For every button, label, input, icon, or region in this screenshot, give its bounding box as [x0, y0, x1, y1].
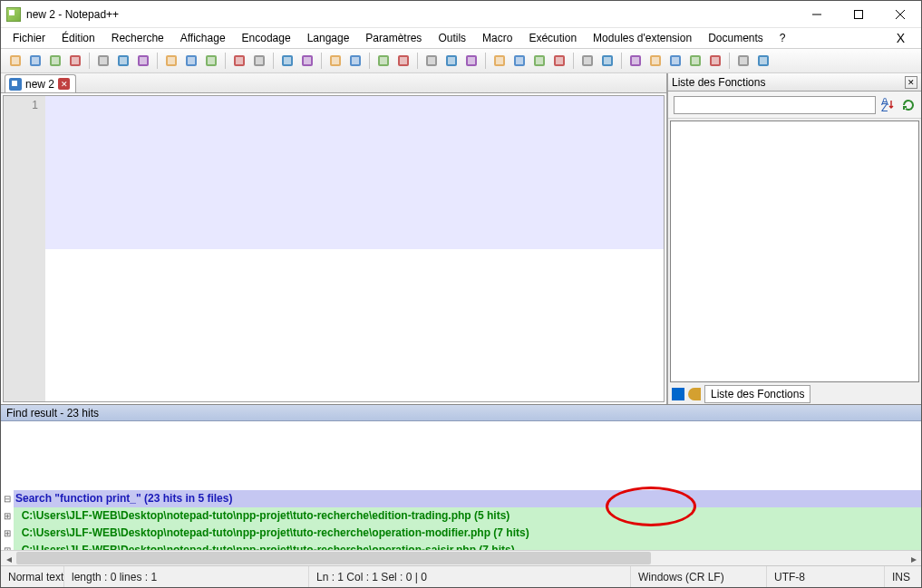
menu-recherche[interactable]: Recherche — [103, 29, 172, 47]
lang-user-icon[interactable] — [490, 52, 509, 70]
menu-fichier[interactable]: Fichier — [5, 29, 53, 47]
find-result-line[interactable]: ⊟Search "function print_" (23 hits in 5 … — [1, 490, 921, 507]
svg-rect-51 — [536, 57, 543, 64]
play-multi-icon[interactable] — [686, 52, 704, 70]
paste-icon[interactable] — [202, 52, 220, 70]
folder-icon[interactable] — [578, 52, 597, 70]
find-result-line[interactable]: ⊞ C:\Users\JLF-WEB\Desktop\notepad-tuto\… — [1, 542, 921, 550]
sync-h-icon[interactable] — [394, 52, 412, 70]
menu-affichage[interactable]: Affichage — [172, 29, 234, 47]
svg-rect-49 — [516, 57, 523, 64]
svg-rect-15 — [120, 57, 127, 64]
wrap-icon[interactable] — [422, 52, 441, 70]
file-hit[interactable]: C:\Users\JLF-WEB\Desktop\notepad-tuto\np… — [14, 525, 921, 542]
svg-rect-69 — [740, 57, 747, 64]
find-result-body[interactable]: ⊟Search "function print_" (23 hits in 5 … — [1, 421, 921, 550]
tree-toggle-icon[interactable]: ⊞ — [1, 507, 14, 525]
redo-icon[interactable] — [250, 52, 268, 70]
sync-v-icon[interactable] — [374, 52, 393, 70]
menu-modules-d-extension[interactable]: Modules d'extension — [585, 29, 700, 47]
scroll-thumb[interactable] — [16, 552, 651, 564]
window-controls — [796, 1, 921, 28]
toolbar-separator — [729, 53, 730, 69]
window-title: new 2 - Notepad++ — [26, 8, 796, 21]
folder-doc-icon[interactable] — [510, 52, 529, 70]
toolbar-separator — [369, 53, 370, 69]
svg-rect-53 — [556, 57, 563, 64]
tree-toggle-icon[interactable]: ⊞ — [1, 542, 14, 550]
function-list-search-input[interactable] — [674, 96, 876, 114]
menu--[interactable]: ? — [772, 29, 794, 47]
indent-guide-icon[interactable] — [462, 52, 480, 70]
menu-ex-cution[interactable]: Exécution — [520, 29, 585, 47]
svg-rect-43 — [448, 57, 455, 64]
doc-map-icon[interactable] — [530, 52, 548, 70]
svg-rect-45 — [468, 57, 475, 64]
copy-icon[interactable] — [182, 52, 200, 70]
menu--dition[interactable]: Édition — [53, 29, 103, 47]
find-result-title: Find result - 23 hits — [1, 405, 921, 421]
cut-icon[interactable] — [162, 52, 180, 70]
code-column — [45, 96, 664, 401]
function-list-body[interactable] — [670, 120, 919, 382]
menu-encodage[interactable]: Encodage — [234, 29, 299, 47]
all-chars-icon[interactable] — [442, 52, 461, 70]
menu-macro[interactable]: Macro — [474, 29, 520, 47]
menu-langage[interactable]: Langage — [299, 29, 358, 47]
record-icon[interactable] — [626, 52, 645, 70]
close-icon[interactable] — [94, 52, 112, 70]
current-line[interactable] — [45, 96, 664, 249]
stop-icon[interactable] — [646, 52, 665, 70]
toolbar-separator — [321, 53, 322, 69]
svg-rect-31 — [304, 57, 311, 64]
close-all-icon[interactable] — [114, 52, 132, 70]
file-hit[interactable]: C:\Users\JLF-WEB\Desktop\notepad-tuto\np… — [14, 507, 921, 525]
replace-icon[interactable] — [298, 52, 316, 70]
zoom-in-icon[interactable] — [326, 52, 345, 70]
maximize-button[interactable] — [838, 1, 879, 28]
fn-list-icon[interactable] — [550, 52, 568, 70]
plugin-icon[interactable] — [754, 52, 772, 70]
spell-icon[interactable] — [734, 52, 752, 70]
undo-icon[interactable] — [230, 52, 248, 70]
monitor-icon[interactable] — [598, 52, 616, 70]
search-header[interactable]: Search "function print_" (23 hits in 5 f… — [14, 490, 921, 507]
function-list-tab[interactable]: Liste des Fonctions — [704, 385, 810, 403]
sort-icon[interactable]: AZ — [881, 98, 896, 112]
refresh-icon[interactable] — [901, 98, 916, 112]
find-result-line[interactable]: ⊞ C:\Users\JLF-WEB\Desktop\notepad-tuto\… — [1, 525, 921, 542]
print-icon[interactable] — [134, 52, 152, 70]
play-icon[interactable] — [666, 52, 684, 70]
function-list-close-icon[interactable]: ✕ — [905, 76, 917, 89]
find-result-scrollbar[interactable]: ◂ ▸ — [1, 550, 921, 565]
file-tab-close-icon[interactable]: ✕ — [58, 78, 70, 90]
new-file-icon[interactable] — [6, 52, 24, 70]
menu-overflow[interactable]: X — [884, 28, 917, 48]
function-list-toolbar: AZ — [668, 92, 921, 119]
find-result-panel: Find result - 23 hits ⊟Search "function … — [1, 404, 921, 565]
save-icon[interactable] — [46, 52, 64, 70]
tree-toggle-icon[interactable]: ⊟ — [1, 490, 14, 507]
find-result-line[interactable]: ⊞ C:\Users\JLF-WEB\Desktop\notepad-tuto\… — [1, 507, 921, 525]
scroll-right-icon[interactable]: ▸ — [906, 551, 921, 566]
editor-body[interactable]: 1 — [3, 95, 665, 402]
minimize-button[interactable] — [796, 1, 838, 28]
save-all-icon[interactable] — [66, 52, 84, 70]
zoom-out-icon[interactable] — [346, 52, 364, 70]
open-file-icon[interactable] — [26, 52, 44, 70]
file-tab[interactable]: new 2 ✕ — [5, 74, 76, 92]
tree-toggle-icon[interactable]: ⊞ — [1, 525, 14, 542]
puzzle-icon[interactable] — [672, 388, 684, 400]
save-macro-icon[interactable] — [706, 52, 724, 70]
find-icon[interactable] — [278, 52, 296, 70]
menu-param-tres[interactable]: Paramètres — [357, 29, 430, 47]
svg-rect-17 — [140, 57, 147, 64]
key-icon[interactable] — [688, 388, 701, 400]
scroll-left-icon[interactable]: ◂ — [1, 551, 16, 566]
menu-outils[interactable]: Outils — [430, 29, 474, 47]
status-insert-mode: INS — [885, 566, 921, 587]
code-rest[interactable] — [45, 249, 664, 402]
file-hit[interactable]: C:\Users\JLF-WEB\Desktop\notepad-tuto\np… — [14, 542, 921, 550]
menu-documents[interactable]: Documents — [700, 29, 772, 47]
close-button[interactable] — [879, 1, 921, 28]
